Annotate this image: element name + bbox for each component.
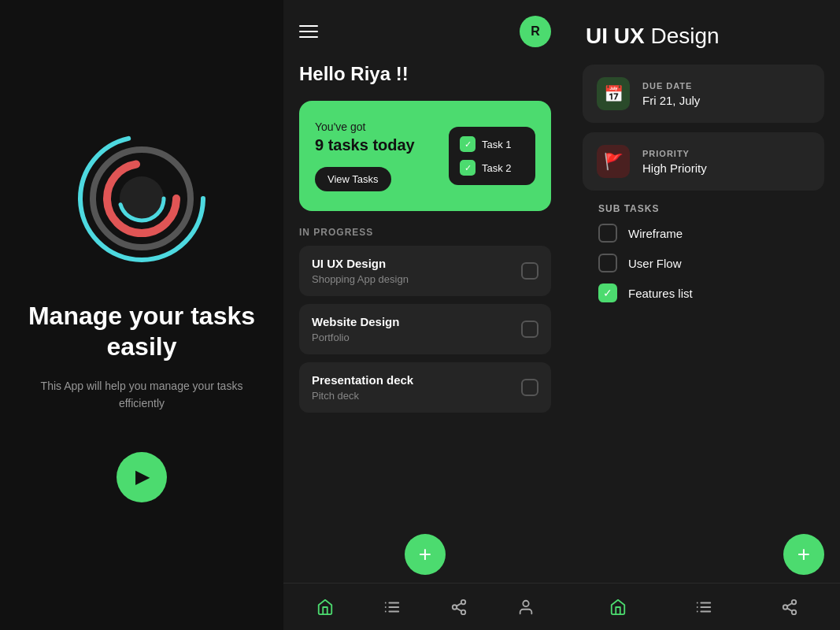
onboarding-panel: Manage your tasks easily This App will h… bbox=[0, 0, 283, 630]
main-header: R bbox=[283, 0, 567, 55]
detail-add-button[interactable]: + bbox=[783, 534, 824, 575]
onboarding-subtitle: This App will help you manage your tasks… bbox=[24, 377, 260, 413]
add-task-button[interactable]: + bbox=[405, 534, 446, 575]
task-title-3: Presentation deck bbox=[312, 373, 413, 387]
svg-line-14 bbox=[456, 608, 461, 611]
subtask-item-features[interactable]: ✓ Features list bbox=[598, 284, 809, 302]
subtask-checkbox-features[interactable]: ✓ bbox=[598, 284, 617, 302]
task-label-2: Task 2 bbox=[482, 162, 512, 174]
nav-share[interactable] bbox=[443, 591, 475, 623]
nav-home[interactable] bbox=[309, 591, 341, 623]
task-title-1: UI UX Design bbox=[312, 257, 409, 270]
detail-section: 📅 DUE DATE Fri 21, July 🚩 PRIORITY High … bbox=[567, 65, 840, 583]
detail-panel: UI UX Design 📅 DUE DATE Fri 21, July 🚩 P… bbox=[567, 0, 840, 630]
svg-line-27 bbox=[786, 602, 791, 606]
subtask-label-features: Features list bbox=[628, 287, 693, 300]
detail-nav-share[interactable] bbox=[774, 591, 805, 623]
detail-title-rest: Design bbox=[645, 24, 720, 48]
svg-line-15 bbox=[456, 602, 461, 606]
svg-point-16 bbox=[523, 600, 528, 606]
tasks-count: 9 tasks today bbox=[315, 136, 415, 154]
task-label-1: Task 1 bbox=[482, 139, 512, 150]
task-title-2: Website Design bbox=[312, 315, 399, 328]
start-button[interactable]: ▶ bbox=[117, 452, 167, 502]
priority-card: 🚩 PRIORITY High Priority bbox=[583, 132, 824, 191]
subtask-checkbox-wireframe[interactable] bbox=[598, 224, 617, 243]
task-list: UI UX Design Shopping App design Website… bbox=[283, 246, 567, 583]
detail-nav-tasks[interactable] bbox=[688, 591, 720, 623]
task-sub-1: Shopping App design bbox=[312, 273, 409, 285]
nav-profile[interactable] bbox=[510, 591, 542, 623]
task-sub-3: Pitch deck bbox=[312, 390, 413, 402]
task-checkbox-2[interactable] bbox=[521, 321, 538, 338]
task-check-1: ✓ bbox=[460, 136, 476, 152]
subtask-item-wireframe[interactable]: Wireframe bbox=[598, 224, 809, 243]
onboarding-title: Manage your tasks easily bbox=[24, 301, 260, 361]
subtask-list: Wireframe User Flow ✓ Features list bbox=[583, 224, 824, 302]
due-date-value: Fri 21, July bbox=[642, 94, 700, 107]
priority-label: PRIORITY bbox=[642, 149, 707, 158]
greeting-name: Riya !! bbox=[350, 63, 408, 84]
tasks-summary-card: You've got 9 tasks today View Tasks ✓ Ta… bbox=[299, 101, 551, 211]
priority-icon: 🚩 bbox=[597, 145, 630, 178]
nav-tasks[interactable] bbox=[376, 591, 408, 623]
task-list-item[interactable]: Presentation deck Pitch deck bbox=[299, 362, 551, 413]
view-tasks-button[interactable]: View Tasks bbox=[315, 167, 391, 191]
detail-bottom-nav bbox=[567, 583, 840, 630]
due-date-card: 📅 DUE DATE Fri 21, July bbox=[583, 65, 824, 123]
bottom-nav bbox=[283, 583, 567, 630]
tasks-preview: ✓ Task 1 ✓ Task 2 bbox=[449, 127, 535, 185]
greeting: Hello Riya !! bbox=[283, 55, 567, 101]
subtask-checkbox-userflow[interactable] bbox=[598, 254, 617, 272]
task-checkbox-1[interactable] bbox=[521, 262, 538, 280]
logo-rings bbox=[71, 128, 213, 269]
in-progress-label: IN PROGRESS bbox=[283, 227, 567, 246]
subtask-label-userflow: User Flow bbox=[628, 257, 682, 270]
due-date-info: DUE DATE Fri 21, July bbox=[642, 81, 700, 107]
subtasks-label: SUB TASKS bbox=[583, 200, 824, 214]
greeting-prefix: Hello bbox=[299, 63, 350, 84]
subtask-label-wireframe: Wireframe bbox=[628, 227, 683, 240]
task-sub-2: Portfolio bbox=[312, 332, 399, 343]
task-preview-2: ✓ Task 2 bbox=[460, 160, 524, 176]
task-list-item[interactable]: UI UX Design Shopping App design bbox=[299, 246, 551, 296]
you-got-label: You've got bbox=[315, 120, 415, 133]
task-preview-1: ✓ Task 1 bbox=[460, 136, 524, 152]
main-panel: R Hello Riya !! You've got 9 tasks today… bbox=[283, 0, 567, 630]
menu-button[interactable] bbox=[299, 25, 318, 38]
calendar-icon: 📅 bbox=[597, 77, 630, 110]
task-check-2: ✓ bbox=[460, 160, 476, 176]
tasks-card-left: You've got 9 tasks today View Tasks bbox=[315, 120, 415, 191]
svg-line-26 bbox=[786, 608, 791, 611]
subtask-item-userflow[interactable]: User Flow bbox=[598, 254, 809, 272]
avatar[interactable]: R bbox=[520, 16, 551, 47]
detail-title: UI UX Design bbox=[586, 24, 821, 49]
priority-info: PRIORITY High Priority bbox=[642, 149, 707, 175]
task-list-item[interactable]: Website Design Portfolio bbox=[299, 304, 551, 354]
priority-value: High Priority bbox=[642, 161, 707, 175]
due-date-label: DUE DATE bbox=[642, 81, 700, 91]
task-checkbox-3[interactable] bbox=[521, 379, 538, 396]
detail-header: UI UX Design bbox=[567, 0, 840, 65]
detail-nav-home[interactable] bbox=[602, 591, 634, 623]
detail-title-bold: UI UX bbox=[586, 24, 645, 48]
